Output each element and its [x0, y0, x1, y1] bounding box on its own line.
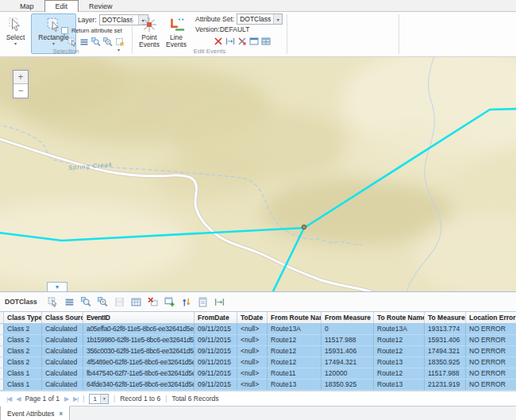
table-cell: Class 2 — [4, 324, 42, 335]
column-header[interactable]: From Route Name — [268, 312, 322, 323]
page-number-caret[interactable]: ▾ — [100, 395, 108, 403]
table-cell: Route13 — [268, 380, 322, 391]
column-header[interactable]: From Measure — [322, 312, 374, 323]
select-features-icon[interactable] — [67, 37, 77, 47]
table-row[interactable]: Class 1Calculatedfb447540-62f7-11e5-8bc6… — [0, 368, 516, 380]
table-cell: 09/11/2015 — [194, 380, 237, 391]
table-cell: Class 2 — [4, 335, 42, 346]
column-header[interactable]: Location Error — [466, 312, 516, 323]
table-cell: Class 1 — [4, 368, 42, 380]
column-header[interactable]: Class Source — [42, 312, 83, 323]
table-cell: NO ERROR — [466, 357, 516, 368]
app-window: MapEditReview Select ▾ Rectangle ▾ Layer… — [0, 0, 516, 420]
table-cell: Class 1 — [4, 380, 42, 391]
select-dropdown-caret[interactable]: ▾ — [14, 41, 17, 47]
map-canvas: Spring Creek — [0, 57, 516, 291]
clear-selection-icon[interactable] — [114, 37, 125, 47]
pagination-bar: |◀ ◀ Page 1 of 1 ▶ ▶| | 1 ▾ | Record 1 t… — [0, 391, 516, 406]
ribbon-tab-strip: MapEditReview — [0, 0, 516, 12]
next-page-button[interactable]: ▶ — [64, 395, 68, 403]
select-features-icon[interactable] — [48, 297, 58, 307]
ribbon-tab-map[interactable]: Map — [10, 1, 44, 11]
select-cursor-icon — [8, 15, 24, 34]
group-separator — [287, 14, 287, 54]
table-cell: Route12 — [268, 346, 322, 357]
close-tab-icon[interactable]: x — [60, 410, 63, 417]
table-cell: Route13 — [374, 357, 425, 368]
switch-table-icon[interactable] — [131, 297, 141, 307]
previous-page-button[interactable]: ◀ — [16, 395, 20, 403]
save-icon — [114, 297, 125, 307]
column-header[interactable]: To Route Name — [374, 312, 425, 323]
total-records-text: Total 6 Records — [171, 395, 218, 403]
table-cell: Route13A — [374, 324, 425, 335]
attribute-set-dropdown[interactable]: DOTClass ▾ — [237, 13, 283, 25]
table-row[interactable]: Class 2Calculateda05effa0-62f8-11e5-8bc6… — [0, 324, 516, 335]
rectangle-dropdown-caret[interactable]: ▾ — [52, 41, 55, 47]
column-header[interactable]: To Measure — [425, 312, 466, 323]
table-cell: 09/11/2015 — [194, 346, 237, 357]
add-record-icon[interactable] — [164, 297, 175, 307]
panel-collapse-button[interactable]: ▼ — [47, 282, 67, 291]
version-label: Version:DEFAULT — [195, 25, 249, 33]
report-icon[interactable] — [198, 297, 208, 307]
zoom-in-button[interactable]: + — [13, 71, 28, 84]
delete-selected-icon[interactable] — [148, 297, 158, 307]
table-row[interactable]: Class 2Calculated4f5489e0-62f8-11e5-8bc6… — [0, 357, 516, 368]
table-row[interactable]: Class 1Calculated64fde340-62f8-11e5-8bc6… — [0, 380, 516, 391]
separator: | — [83, 395, 84, 403]
separator: | — [114, 395, 115, 403]
zoom-to-selected-icon[interactable] — [81, 297, 91, 307]
delete-event-icon[interactable] — [213, 36, 223, 46]
zoom-to-selected-icon[interactable] — [90, 37, 101, 47]
split-event-icon[interactable] — [237, 36, 247, 46]
table-cell: 11517.988 — [425, 368, 466, 380]
layer-label: Layer: — [78, 16, 97, 24]
last-page-button[interactable]: ▶| — [73, 395, 78, 403]
separator: | — [165, 395, 167, 403]
table-cell: 09/11/2015 — [194, 324, 237, 335]
column-header[interactable]: FromDate — [194, 312, 237, 323]
table-cell: 11517.988 — [322, 335, 374, 346]
sort-icon[interactable] — [181, 297, 191, 307]
table-menu-icon[interactable] — [79, 37, 89, 47]
table-row[interactable]: Class 2Calculated1b159980-62f8-11e5-8bc6… — [0, 335, 516, 346]
ribbon-tab-edit[interactable]: Edit — [44, 0, 79, 12]
table-cell: 15931.406 — [322, 346, 374, 357]
table-cell: 18350.925 — [322, 380, 374, 391]
ribbon-tab-review[interactable]: Review — [79, 1, 123, 11]
table-cell: 09/11/2015 — [194, 357, 237, 368]
table-cell: Calculated — [42, 380, 83, 391]
attributes-window-icon[interactable] — [248, 36, 259, 46]
select-tool-label: Select — [6, 34, 25, 41]
page-number-input[interactable]: 1 ▾ — [89, 394, 108, 404]
measure-extent-icon[interactable] — [225, 36, 235, 46]
events-table-icon[interactable] — [260, 36, 271, 46]
pan-to-selected-icon[interactable] — [98, 297, 108, 307]
table-cell: Route13 — [374, 380, 425, 391]
column-header[interactable]: ToDate — [237, 312, 268, 323]
table-toolbar: DOTClass — [0, 292, 516, 311]
map-view[interactable]: Spring Creek + − ▼ — [0, 57, 516, 291]
table-cell: Calculated — [42, 324, 83, 335]
table-row[interactable]: Class 2Calculated356c0030-62f8-11e5-8bc6… — [0, 346, 516, 357]
table-cell: 09/11/2015 — [194, 368, 237, 380]
zoom-out-button[interactable]: − — [13, 84, 28, 98]
attribute-set-dropdown-caret[interactable]: ▾ — [273, 14, 282, 24]
table-menu-icon[interactable] — [64, 297, 75, 307]
table-cell: Route12 — [374, 335, 425, 346]
bottom-tab-strip: Event Attributes x — [0, 406, 516, 420]
column-header[interactable]: EventID — [83, 312, 194, 323]
table-cell: Route12 — [268, 357, 322, 368]
table-cell: 19313.774 — [425, 324, 466, 335]
first-page-button[interactable]: |◀ — [6, 395, 11, 403]
column-header[interactable]: Class Type — [4, 312, 42, 323]
extent-icon[interactable] — [214, 297, 225, 307]
page-indicator: Page 1 of 1 — [25, 395, 59, 403]
return-attribute-set-checkbox[interactable] — [61, 27, 68, 34]
table-cell: NO ERROR — [466, 324, 516, 335]
table-cell: Route12 — [374, 346, 425, 357]
pan-to-selected-icon[interactable] — [102, 37, 113, 47]
table-cell: <null> — [237, 346, 268, 357]
tab-event-attributes[interactable]: Event Attributes x — [0, 406, 70, 420]
